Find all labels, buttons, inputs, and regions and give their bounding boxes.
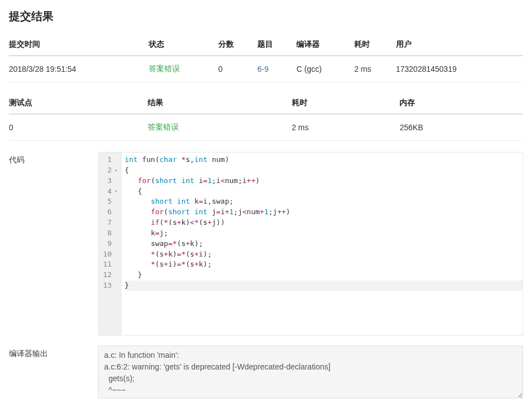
cell-user: 17320281450319	[396, 56, 523, 82]
compiler-output[interactable]: a.c: In function 'main': a.c:6:2: warnin…	[98, 346, 523, 398]
col-compiler: 编译器	[296, 34, 354, 56]
cell-runtime: 2 ms	[354, 56, 396, 82]
col-result: 结果	[148, 92, 291, 114]
code-line: int fun(char *s,int num)	[125, 155, 523, 165]
col-score: 分数	[218, 34, 257, 56]
code-gutter: 12▾34▾5678910111213	[99, 152, 121, 335]
code-line: if(*(s+k)<*(s+j))	[125, 218, 523, 228]
code-line: }	[125, 270, 523, 280]
page-title: 提交结果	[9, 9, 523, 24]
code-line: {	[125, 186, 523, 197]
submission-table: 提交时间 状态 分数 题目 编译器 耗时 用户 2018/3/28 19:51:…	[9, 34, 523, 82]
col-status: 状态	[149, 34, 218, 56]
code-line: *(s+i)=*(s+k);	[125, 259, 523, 270]
cell-compiler: C (gcc)	[296, 56, 354, 82]
code-line: {	[125, 165, 523, 176]
testcase-row: 0 答案错误 2 ms 256KB	[9, 114, 523, 141]
code-line: swap=*(s+k);	[125, 239, 523, 249]
col-memory: 内存	[399, 92, 523, 114]
code-line: k=j;	[125, 228, 523, 239]
testcase-table: 测试点 结果 耗时 内存 0 答案错误 2 ms 256KB	[9, 92, 523, 141]
code-editor[interactable]: 12▾34▾5678910111213 int fun(char *s,int …	[98, 152, 523, 336]
result-badge: 答案错误	[148, 122, 179, 131]
col-tc-runtime: 耗时	[292, 92, 400, 114]
code-line: *(s+k)=*(s+i);	[125, 249, 523, 260]
code-line: for(short int i=1;i<num;i++)	[125, 176, 523, 186]
code-lines[interactable]: int fun(char *s,int num){ for(short int …	[121, 152, 523, 335]
code-line: short int k=i,swap;	[125, 196, 523, 207]
cell-memory: 256KB	[399, 114, 523, 141]
col-testpoint: 测试点	[9, 92, 148, 114]
problem-link[interactable]: 6-9	[257, 65, 269, 73]
cell-status: 答案错误	[149, 56, 218, 82]
code-line: for(short int j=i+1;j<num+1;j++)	[125, 207, 523, 218]
cell-result: 答案错误	[148, 114, 291, 141]
cell-problem: 6-9	[257, 56, 296, 82]
cell-testpoint: 0	[9, 114, 148, 141]
status-badge: 答案错误	[149, 64, 180, 73]
col-problem: 题目	[257, 34, 296, 56]
cell-score: 0	[218, 56, 257, 82]
code-label: 代码	[9, 152, 98, 165]
compiler-output-label: 编译器输出	[9, 346, 98, 359]
compiler-output-section: 编译器输出 a.c: In function 'main': a.c:6:2: …	[9, 346, 523, 398]
code-section: 代码 12▾34▾5678910111213 int fun(char *s,i…	[9, 152, 523, 336]
col-runtime: 耗时	[354, 34, 396, 56]
cell-time: 2018/3/28 19:51:54	[9, 56, 149, 82]
col-time: 提交时间	[9, 34, 149, 56]
submission-row: 2018/3/28 19:51:54 答案错误 0 6-9 C (gcc) 2 …	[9, 56, 523, 82]
cell-tc-runtime: 2 ms	[292, 114, 400, 141]
code-line: }	[125, 280, 523, 291]
col-user: 用户	[396, 34, 523, 56]
